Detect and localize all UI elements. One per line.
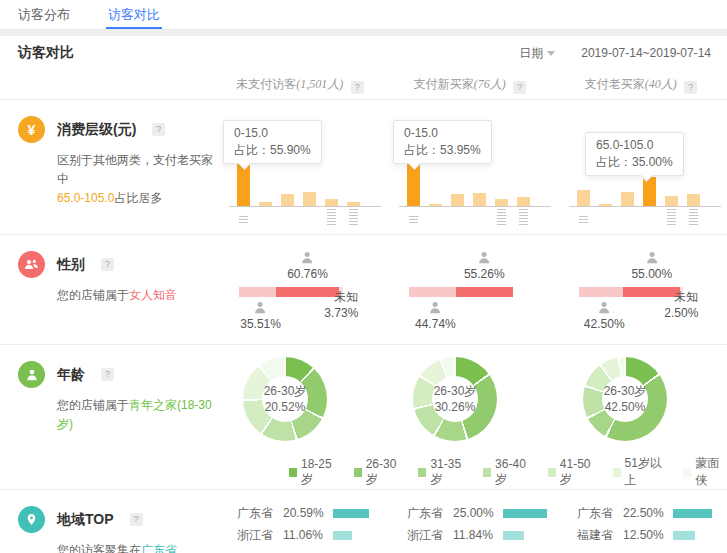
axis-tick-label [667, 207, 676, 227]
bar-tooltip: 65.0-105.0占比：35.00% [585, 132, 684, 176]
help-icon[interactable]: ? [351, 81, 364, 94]
region-row: 广东省25.00% [385, 502, 555, 524]
column-count: (76人) [474, 77, 506, 91]
date-range[interactable]: 2019-07-14~2019-07-14 [581, 46, 711, 60]
legend-item[interactable]: 31-35岁 [418, 457, 468, 488]
legend-item[interactable]: 26-30岁 [354, 457, 404, 488]
help-icon[interactable]: ? [513, 81, 526, 94]
help-icon[interactable]: ? [684, 81, 697, 94]
bar-group [577, 177, 709, 206]
region-bar[interactable] [503, 509, 547, 518]
bar[interactable] [665, 196, 678, 206]
gender-bar [409, 287, 513, 297]
region-bar[interactable] [333, 531, 352, 540]
bar[interactable] [643, 177, 656, 206]
legend-swatch [418, 468, 426, 477]
region-bar[interactable] [673, 531, 695, 540]
bar[interactable] [687, 194, 700, 206]
tooltip-value: 占比：55.90% [234, 142, 311, 159]
age-donut[interactable]: 26-30岁30.26% [413, 357, 497, 441]
help-icon[interactable]: ? [101, 258, 114, 271]
axis-tick-label [239, 214, 248, 225]
bar[interactable] [303, 192, 316, 206]
female-segment[interactable] [456, 287, 513, 297]
column-name: 未支付访客 [236, 77, 296, 91]
region-row [385, 546, 555, 553]
gender-bar-area: 55.00%42.50%未知2.50% [579, 235, 683, 345]
axis-tick-label [519, 207, 528, 227]
male-segment[interactable] [409, 287, 456, 297]
male-icon [240, 300, 281, 315]
bar[interactable] [281, 194, 294, 206]
legend-item[interactable]: 蒙面侠 [683, 455, 727, 489]
donut-center-value: 30.26% [435, 399, 476, 415]
age-donut[interactable]: 26-30岁42.50% [583, 357, 667, 441]
donut-center: 26-30岁30.26% [432, 376, 478, 422]
legend-label: 蒙面侠 [695, 455, 727, 489]
age-donut[interactable]: 26-30岁20.52% [243, 357, 327, 441]
bar-group [237, 160, 369, 206]
age-legend: 18-25岁26-30岁31-35岁36-40岁41-50岁51岁以上蒙面侠 [289, 455, 727, 489]
region-bar[interactable] [673, 509, 712, 518]
help-icon[interactable]: ? [101, 368, 114, 381]
column-header-row: 未支付访客(1,501人) ? 支付新买家(76人) ? 支付老买家(40人) … [0, 70, 727, 100]
legend-item[interactable]: 51岁以上 [613, 455, 669, 489]
x-axis [399, 206, 551, 207]
tab-visitor-comparison[interactable]: 访客对比 [108, 0, 160, 29]
region-pct: 25.00% [453, 506, 503, 520]
bar[interactable] [325, 199, 338, 206]
male-segment[interactable] [239, 287, 276, 297]
region-bar[interactable] [333, 509, 369, 518]
consume-chart-newbuyer: 0-15.0占比：53.95% [385, 106, 555, 231]
legend-swatch [354, 468, 362, 477]
male-label-group: 35.51% [240, 300, 281, 331]
tab-visitor-distribution[interactable]: 访客分布 [18, 0, 70, 29]
axis-tick-label [497, 207, 506, 227]
location-pin-icon [18, 506, 45, 533]
tooltip-range: 0-15.0 [404, 125, 481, 142]
legend-label: 36-40岁 [495, 457, 533, 488]
bar[interactable] [577, 190, 590, 206]
tooltip-value: 占比：35.00% [596, 154, 673, 171]
bar[interactable] [473, 193, 486, 206]
bar[interactable] [347, 202, 360, 207]
region-bar[interactable] [503, 531, 524, 540]
bar[interactable] [451, 194, 464, 206]
tooltip-range: 0-15.0 [234, 125, 311, 142]
bar[interactable] [517, 197, 530, 206]
region-row [555, 546, 727, 553]
row-gender: 性别 ? 您的店铺属于女人知音 60.76%35.51%未知3.73% 55.2… [0, 235, 727, 345]
gender-chart-unpaid: 60.76%35.51%未知3.73% [215, 235, 385, 345]
region-pct: 11.06% [283, 528, 333, 542]
gender-bar-area: 55.26%44.74% [409, 235, 513, 345]
row-age: 年龄 ? 您的店铺属于青年之家(18-30岁) 26-30岁20.52% 26-… [0, 345, 727, 490]
date-dropdown[interactable]: 日期 [519, 45, 555, 62]
chevron-down-icon [547, 51, 555, 56]
male-icon [584, 300, 625, 315]
bar[interactable] [429, 204, 442, 206]
bar[interactable] [495, 199, 508, 207]
bar[interactable] [259, 202, 272, 206]
female-percent: 55.26% [464, 267, 505, 281]
help-icon[interactable]: ? [130, 513, 143, 526]
gender-bar-area: 60.76%35.51%未知3.73% [239, 235, 343, 345]
unknown-label-group: 未知3.73% [324, 289, 358, 321]
region-pct: 11.84% [453, 528, 503, 542]
donut-center-value: 42.50% [605, 399, 646, 415]
legend-item[interactable]: 36-40岁 [483, 457, 533, 488]
male-segment[interactable] [579, 287, 623, 297]
column-header-old-buyers: 支付老买家(40人) ? [555, 76, 727, 94]
row-title-consumption: 消费层级(元) [57, 121, 136, 139]
bar[interactable] [621, 192, 634, 206]
bar[interactable] [599, 204, 612, 206]
legend-label: 51岁以上 [625, 455, 669, 489]
unknown-label: 未知 [324, 289, 358, 305]
column-name: 支付老买家 [585, 77, 645, 91]
legend-item[interactable]: 18-25岁 [289, 457, 339, 488]
row-region-top: 地域TOP ? 您的访客聚集在广东省 广东省20.59%浙江省11.06% 广东… [0, 490, 727, 553]
donut-center-label: 26-30岁 [264, 383, 307, 399]
yen-icon: ¥ [18, 116, 45, 143]
axis-tick-label [579, 214, 588, 225]
legend-item[interactable]: 41-50岁 [548, 457, 598, 488]
help-icon[interactable]: ? [152, 123, 165, 136]
